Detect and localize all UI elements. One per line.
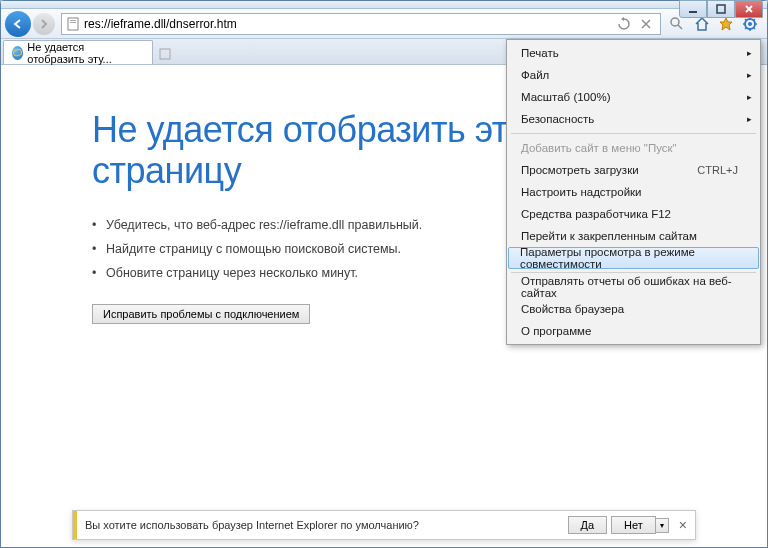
infobar-accent [73, 511, 77, 539]
menu-view-downloads[interactable]: Просмотреть загрузкиCTRL+J [509, 159, 758, 181]
page-icon [66, 17, 80, 31]
infobar-text: Вы хотите использовать браузер Internet … [85, 519, 564, 531]
menu-report-errors[interactable]: Отправлять отчеты об ошибках на веб-сайт… [509, 276, 758, 298]
new-tab-button[interactable] [155, 44, 175, 64]
close-button[interactable] [735, 0, 763, 18]
menu-shortcut: CTRL+J [697, 164, 738, 176]
ie-logo-icon [12, 46, 23, 60]
menu-about[interactable]: О программе [509, 320, 758, 342]
svg-point-7 [748, 22, 752, 26]
menu-addons[interactable]: Настроить надстройки [509, 181, 758, 203]
svg-rect-3 [70, 20, 76, 21]
no-button[interactable]: Нет [611, 516, 656, 534]
menu-compat-view[interactable]: Параметры просмотра в режиме совместимос… [508, 247, 759, 269]
svg-point-5 [671, 18, 679, 26]
address-bar[interactable] [61, 13, 661, 35]
menu-f12[interactable]: Средства разработчика F12 [509, 203, 758, 225]
infobar-close-icon[interactable]: × [679, 517, 687, 533]
menu-safety[interactable]: Безопасность [509, 108, 758, 130]
notification-bar: Вы хотите использовать браузер Internet … [72, 510, 696, 540]
menu-internet-options[interactable]: Свойства браузера [509, 298, 758, 320]
svg-rect-4 [70, 22, 76, 23]
address-input[interactable] [84, 17, 614, 31]
tools-menu: Печать Файл Масштаб (100%) Безопасность … [506, 39, 761, 345]
svg-rect-1 [717, 5, 725, 13]
forward-button[interactable] [33, 13, 55, 35]
titlebar [1, 1, 767, 9]
stop-icon[interactable] [636, 14, 656, 34]
search-icon[interactable] [667, 14, 687, 34]
svg-rect-8 [160, 49, 170, 59]
tab-active[interactable]: Не удается отобразить эту... [3, 40, 153, 64]
svg-rect-2 [68, 18, 78, 30]
menu-separator [511, 133, 756, 134]
tab-title: Не удается отобразить эту... [27, 41, 144, 65]
menu-add-to-start: Добавить сайт в меню "Пуск" [509, 137, 758, 159]
nav-toolbar [1, 9, 767, 39]
yes-button[interactable]: Да [568, 516, 608, 534]
menu-separator [511, 272, 756, 273]
browser-window: Не удается отобразить эту... Не удается … [0, 0, 768, 548]
fix-connection-button[interactable]: Исправить проблемы с подключением [92, 304, 310, 324]
no-dropdown[interactable]: ▾ [655, 518, 669, 533]
menu-file[interactable]: Файл [509, 64, 758, 86]
back-button[interactable] [5, 11, 31, 37]
menu-print[interactable]: Печать [509, 42, 758, 64]
menu-pinned-sites[interactable]: Перейти к закрепленным сайтам [509, 225, 758, 247]
maximize-button[interactable] [707, 0, 735, 18]
refresh-icon[interactable] [614, 14, 634, 34]
menu-zoom[interactable]: Масштаб (100%) [509, 86, 758, 108]
svg-rect-0 [689, 11, 697, 13]
